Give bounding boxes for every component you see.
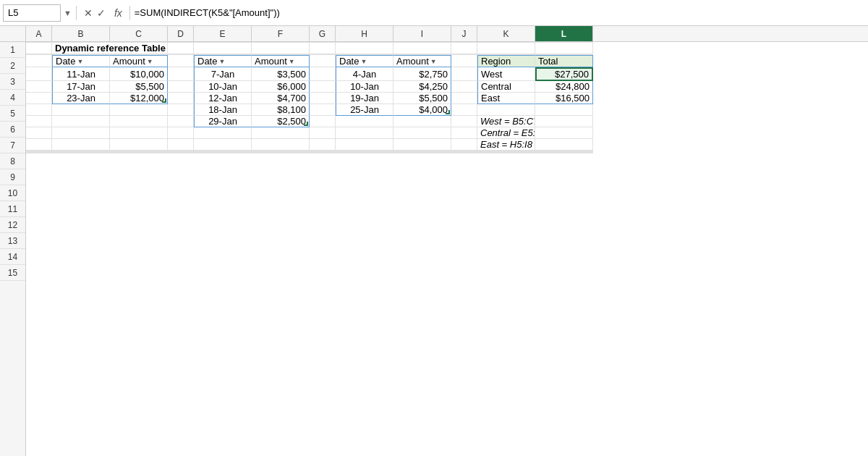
cell-a5[interactable] (26, 67, 52, 81)
row-header-9[interactable]: 9 (0, 169, 25, 185)
cell-j2[interactable] (451, 43, 477, 54)
row-header-13[interactable]: 13 (0, 233, 25, 249)
cell-f4-t2-amount[interactable]: Amount ▼ (252, 55, 310, 67)
cell-e5[interactable]: 7-Jan (194, 67, 252, 81)
cell-h10[interactable] (336, 127, 393, 139)
cell-k15[interactable] (477, 153, 535, 153)
cell-g7[interactable] (310, 93, 336, 104)
formula-input[interactable] (135, 7, 865, 18)
cell-l6[interactable]: $24,800 (535, 81, 593, 93)
cell-ref-chevron[interactable]: ▼ (64, 9, 72, 17)
row-header-3[interactable]: 3 (0, 74, 25, 90)
cell-f7[interactable]: $4,700 (252, 93, 310, 104)
cell-g6[interactable] (310, 81, 336, 93)
cell-b6[interactable]: 17-Jan (52, 81, 110, 93)
cell-h11[interactable] (336, 139, 393, 151)
cell-b9[interactable] (52, 116, 110, 127)
cell-i8[interactable]: $4,000 (393, 104, 451, 116)
row-header-14[interactable]: 14 (0, 249, 25, 265)
cell-c9[interactable] (110, 116, 168, 127)
cell-g10[interactable] (310, 127, 336, 139)
col-header-e[interactable]: E (194, 26, 252, 41)
cell-b4-t1-date[interactable]: Date ▼ (52, 55, 110, 67)
cell-d8[interactable] (168, 104, 194, 116)
cell-d5[interactable] (168, 67, 194, 81)
cell-f2[interactable] (252, 43, 310, 54)
cell-b11[interactable] (52, 139, 110, 151)
cell-g11[interactable] (310, 139, 336, 151)
cell-c10[interactable] (110, 127, 168, 139)
row-header-12[interactable]: 12 (0, 217, 25, 233)
cell-h9[interactable] (336, 116, 393, 127)
cell-g5[interactable] (310, 67, 336, 81)
confirm-icon[interactable]: ✓ (97, 7, 106, 19)
table-resize-handle[interactable] (162, 98, 166, 103)
col-header-h[interactable]: H (336, 26, 393, 41)
cell-i6[interactable]: $4,250 (393, 81, 451, 93)
cell-k11-note3[interactable]: East = H5:I8 (477, 139, 535, 151)
cell-k2[interactable] (477, 43, 535, 54)
col-header-d[interactable]: D (168, 26, 194, 41)
cell-h2[interactable] (336, 43, 393, 54)
cell-f9[interactable]: $2,500 (252, 116, 310, 127)
row-header-2[interactable]: 2 (0, 58, 25, 74)
row-header-7[interactable]: 7 (0, 138, 25, 153)
cell-e11[interactable] (194, 139, 252, 151)
col-header-f[interactable]: F (252, 26, 310, 41)
cell-f11[interactable] (252, 139, 310, 151)
row-header-1[interactable]: 1 (0, 42, 25, 58)
col-header-b[interactable]: B (52, 26, 110, 41)
cell-f5[interactable]: $3,500 (252, 67, 310, 81)
cell-l11[interactable] (535, 139, 593, 151)
t1-amount-dropdown[interactable]: ▼ (147, 58, 153, 65)
cell-a4[interactable] (26, 55, 52, 67)
cell-e7[interactable]: 12-Jan (194, 93, 252, 104)
cell-f15[interactable] (252, 153, 310, 153)
t1-date-dropdown[interactable]: ▼ (77, 58, 83, 65)
row-header-6[interactable]: 6 (0, 122, 25, 138)
cell-j11[interactable] (451, 139, 477, 151)
cell-c5[interactable]: $10,000 (110, 67, 168, 81)
cell-h15[interactable] (336, 153, 393, 153)
cell-l4-total[interactable]: Total (535, 55, 593, 67)
cell-a9[interactable] (26, 116, 52, 127)
col-header-c[interactable]: C (110, 26, 168, 41)
cell-b10[interactable] (52, 127, 110, 139)
cell-d6[interactable] (168, 81, 194, 93)
cell-l5[interactable]: $27,500 (535, 67, 593, 81)
cell-j9[interactable] (451, 116, 477, 127)
cell-c15[interactable] (110, 153, 168, 153)
cell-c6[interactable]: $5,500 (110, 81, 168, 93)
row-header-10[interactable]: 10 (0, 185, 25, 201)
cell-h4-t3-date[interactable]: Date ▼ (336, 55, 393, 67)
cell-l10[interactable] (535, 127, 593, 139)
cell-f8[interactable]: $8,100 (252, 104, 310, 116)
row-header-4[interactable]: 4 (0, 90, 25, 106)
row-header-15[interactable]: 15 (0, 265, 25, 281)
cell-reference-box[interactable]: L5 (3, 4, 61, 22)
cell-k5[interactable]: West (477, 67, 535, 81)
cell-l9[interactable] (535, 116, 593, 127)
cell-k6[interactable]: Central (477, 81, 535, 93)
cell-d10[interactable] (168, 127, 194, 139)
cell-a6[interactable] (26, 81, 52, 93)
cell-e10[interactable] (194, 127, 252, 139)
cell-j15[interactable] (451, 153, 477, 153)
cancel-icon[interactable]: ✕ (84, 7, 93, 19)
cell-g2[interactable] (310, 43, 336, 54)
cell-i4-t3-amount[interactable]: Amount ▼ (393, 55, 451, 67)
cell-g15[interactable] (310, 153, 336, 153)
cell-i2[interactable] (393, 43, 451, 54)
cell-k10-note2[interactable]: Central = E5:F9 (477, 127, 535, 139)
cell-b2-title[interactable]: Dynamic reference Table name (52, 43, 168, 54)
cell-k9-note1[interactable]: West = B5:C7 (477, 116, 535, 127)
cell-g9[interactable] (310, 116, 336, 127)
cell-i15[interactable] (393, 153, 451, 153)
cell-f10[interactable] (252, 127, 310, 139)
cell-b7[interactable]: 23-Jan (52, 93, 110, 104)
cell-l15[interactable] (535, 153, 593, 153)
cell-l2[interactable] (535, 43, 593, 54)
cell-g8[interactable] (310, 104, 336, 116)
cell-l7[interactable]: $16,500 (535, 93, 593, 104)
col-header-k[interactable]: K (477, 26, 535, 41)
